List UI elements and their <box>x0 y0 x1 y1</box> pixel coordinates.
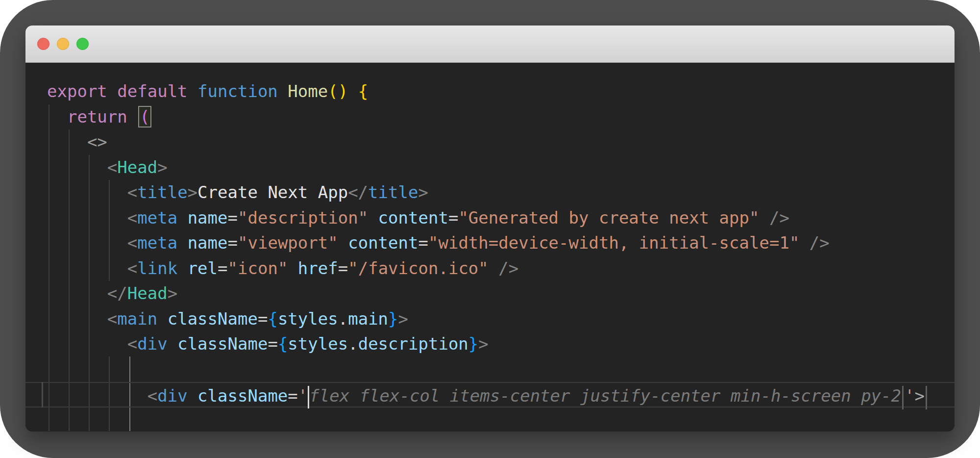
code-token: href <box>298 258 338 278</box>
code-line: <meta name="description" content="Genera… <box>25 205 955 231</box>
code-token: { <box>358 81 368 101</box>
code-token: /> <box>809 233 830 253</box>
code-token: className <box>197 386 288 406</box>
code-token: > <box>168 283 177 303</box>
code-token: title <box>137 182 187 202</box>
code-token: Head <box>127 283 168 303</box>
code-line: <> <box>25 129 955 155</box>
suggestion-boundary-bar <box>902 386 904 409</box>
code-token: < <box>107 309 117 329</box>
code-line <box>25 357 955 382</box>
code-token <box>47 334 127 354</box>
code-line: <meta name="viewport" content="width=dev… <box>25 230 955 256</box>
code-line: export default function Home() { <box>25 79 955 104</box>
code-token: "width=device-width, initial-scale=1" <box>428 233 799 253</box>
code-token: rel <box>188 258 218 278</box>
window-titlebar <box>25 25 955 63</box>
code-token: = <box>228 208 238 228</box>
code-token: meta <box>137 233 177 253</box>
code-token: < <box>147 386 157 406</box>
code-token: = <box>418 233 428 253</box>
code-token: ' <box>298 386 308 406</box>
code-token <box>47 233 127 253</box>
code-token: { <box>278 334 288 354</box>
minimize-button[interactable] <box>57 38 69 50</box>
code-token: < <box>127 233 137 253</box>
close-button[interactable] <box>37 38 49 50</box>
code-token: content <box>378 208 448 228</box>
code-token: = <box>448 208 458 228</box>
code-token: "icon" <box>228 258 288 278</box>
code-token <box>157 309 167 329</box>
code-token: = <box>338 258 348 278</box>
bracket-match-highlight: ( <box>138 106 151 127</box>
code-line: <main className={styles.main}> <box>25 306 955 332</box>
code-token: styles <box>288 334 348 354</box>
code-token <box>799 233 809 253</box>
code-token: = <box>268 334 277 354</box>
code-token: () <box>328 81 348 101</box>
code-token: . <box>338 309 348 329</box>
code-token <box>489 258 498 278</box>
code-token: description <box>358 334 468 354</box>
code-token: Head <box>117 157 157 177</box>
code-token <box>188 386 197 406</box>
code-token <box>759 208 769 228</box>
code-line: <title>Create Next App</title> <box>25 180 955 205</box>
code-token: } <box>388 309 398 329</box>
code-token: < <box>127 182 137 202</box>
code-token: . <box>348 334 358 354</box>
code-token <box>177 233 187 253</box>
code-token: </ <box>107 283 127 303</box>
code-line: <Head> <box>25 155 955 180</box>
code-token: name <box>188 208 228 228</box>
zoom-button[interactable] <box>76 38 89 50</box>
code-token: Home <box>288 81 328 101</box>
code-token: title <box>368 182 418 202</box>
code-token <box>127 107 137 127</box>
code-token: > <box>915 386 925 406</box>
code-token: { <box>268 309 277 329</box>
code-token <box>47 132 87 152</box>
code-token <box>47 107 67 127</box>
code-token <box>177 208 187 228</box>
code-token: "Generated by create next app" <box>458 208 759 228</box>
code-token: name <box>188 233 228 253</box>
code-line-current: <div className='flex flex-col items-cent… <box>25 382 955 407</box>
code-token <box>47 386 147 406</box>
code-token: <> <box>87 132 107 152</box>
code-token: > <box>157 157 167 177</box>
code-token <box>368 208 378 228</box>
code-token: > <box>478 334 488 354</box>
code-token <box>338 233 348 253</box>
code-token: > <box>398 309 408 329</box>
code-token: > <box>418 182 428 202</box>
code-token: ' <box>905 386 914 406</box>
code-token: = <box>218 258 227 278</box>
code-token: = <box>288 386 297 406</box>
editor-window: export default function Home() { return … <box>25 25 955 432</box>
code-token: function <box>197 81 278 101</box>
code-token: </ <box>348 182 368 202</box>
code-token <box>348 81 358 101</box>
code-token <box>288 258 297 278</box>
screenshot-stage: export default function Home() { return … <box>0 0 980 458</box>
code-line: </Head> <box>25 281 955 306</box>
code-line: <link rel="icon" href="/favicon.ico" /> <box>25 256 955 281</box>
text-cursor <box>308 386 309 408</box>
code-token: meta <box>137 208 177 228</box>
code-token <box>47 182 127 202</box>
code-editor[interactable]: export default function Home() { return … <box>25 63 955 431</box>
code-token: /> <box>498 258 518 278</box>
code-token <box>278 81 288 101</box>
code-token <box>47 258 127 278</box>
code-token: > <box>188 182 197 202</box>
code-token: content <box>348 233 418 253</box>
code-token: main <box>117 309 157 329</box>
code-token: < <box>127 208 137 228</box>
code-token: "description" <box>238 208 368 228</box>
code-token: div <box>137 334 167 354</box>
code-token: } <box>468 334 478 354</box>
code-token: main <box>348 309 388 329</box>
code-token <box>47 283 107 303</box>
